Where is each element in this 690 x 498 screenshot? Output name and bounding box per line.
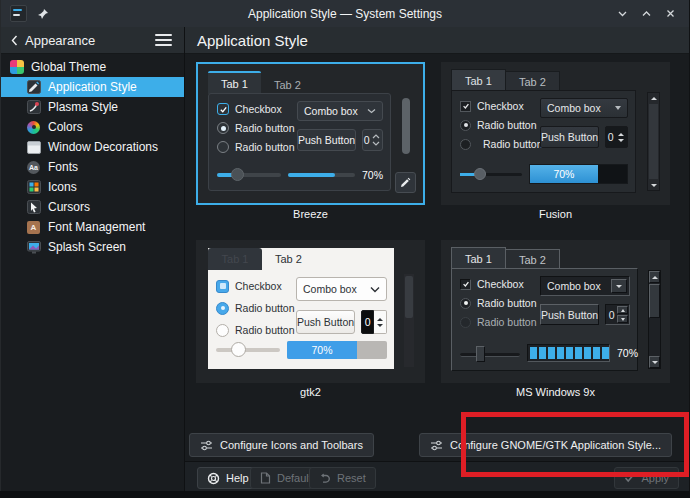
spin-box[interactable]: 0 [362, 129, 383, 151]
spin-up-icon[interactable] [377, 318, 383, 321]
radio-unselected[interactable] [216, 324, 229, 337]
scrollbar[interactable] [647, 92, 660, 191]
tab-1[interactable]: Tab 1 [208, 248, 262, 270]
combo-box[interactable]: Combo box [540, 276, 630, 296]
checkbox-checked[interactable] [217, 103, 229, 115]
radio-row-selected[interactable]: Radio button [217, 120, 295, 136]
edit-style-button[interactable] [395, 172, 416, 193]
style-preview-fusion[interactable]: Tab 1 Tab 2 Checkbox Radio button Radio … [441, 62, 670, 205]
push-button[interactable]: Push Button [540, 126, 599, 148]
radio-row-selected[interactable]: Radio button [216, 299, 295, 317]
spin-box[interactable]: 0 [361, 310, 387, 334]
radio-unselected[interactable] [460, 139, 471, 150]
fonts-icon: Aa [26, 160, 41, 175]
progress-value: 70% [530, 165, 598, 183]
preview-tabbar: Tab 1 Tab 2 [451, 69, 560, 92]
tab-1[interactable]: Tab 1 [451, 247, 506, 269]
checkbox-checked[interactable] [460, 279, 471, 290]
spin-up-icon[interactable] [617, 306, 628, 314]
check-icon [624, 473, 635, 483]
sidebar-item-icons[interactable]: Icons [1, 177, 184, 197]
slider[interactable] [217, 168, 281, 182]
back-button[interactable]: Appearance [1, 33, 95, 48]
slider[interactable] [460, 346, 520, 360]
apply-button[interactable]: Apply [614, 467, 679, 489]
app-icon [10, 5, 27, 22]
scrollbar[interactable] [402, 98, 410, 154]
sidebar-item-global-theme[interactable]: Global Theme [1, 57, 184, 77]
radio-selected[interactable] [217, 122, 229, 134]
spin-down-icon[interactable] [618, 139, 624, 142]
spin-box[interactable]: 0 [605, 126, 628, 148]
tab-2[interactable]: Tab 2 [261, 75, 314, 94]
spin-up-icon[interactable] [618, 133, 624, 136]
close-button[interactable] [661, 5, 679, 23]
combo-box[interactable]: Combo box [297, 101, 383, 121]
combo-box[interactable]: Combo box [540, 98, 628, 118]
tab-2[interactable]: Tab 2 [506, 71, 560, 92]
titlebar[interactable]: Application Style — System Settings [1, 0, 689, 28]
scrollbar[interactable] [404, 274, 414, 367]
radio-row-selected[interactable]: Radio button [460, 295, 537, 311]
scroll-up-icon[interactable] [649, 271, 660, 283]
sidebar-item-colors[interactable]: Colors [1, 117, 184, 137]
tab-2[interactable]: Tab 2 [262, 248, 315, 270]
sidebar-item-application-style[interactable]: Application Style [1, 77, 184, 97]
minimize-button[interactable] [613, 5, 631, 23]
sidebar-item-window-decorations[interactable]: Window Decorations [1, 137, 184, 157]
configure-icons-toolbars-button[interactable]: Configure Icons and Toolbars [189, 433, 374, 457]
radio-row-unselected[interactable]: Radio button [216, 321, 295, 339]
menu-icon[interactable] [155, 34, 172, 46]
radio-selected[interactable] [216, 302, 229, 315]
pencil-icon [400, 177, 411, 188]
tab-2[interactable]: Tab 2 [506, 249, 560, 269]
style-preview-breeze[interactable]: Tab 1 Tab 2 Checkbox Radio button Radio … [196, 62, 425, 205]
scroll-down-icon[interactable] [648, 180, 659, 190]
splash-screen-icon [26, 240, 41, 255]
checkbox-row[interactable]: Checkbox [460, 98, 543, 114]
radio-row-unselected[interactable]: Radio button [217, 139, 295, 155]
scroll-up-icon[interactable] [648, 93, 659, 103]
combo-box[interactable]: Combo box [296, 277, 387, 301]
checkbox-checked[interactable] [460, 101, 471, 112]
spin-box[interactable]: 0 [605, 304, 630, 325]
style-preview-gtk2[interactable]: Tab 1 Tab 2 Checkbox Radio button Radio … [196, 240, 425, 383]
sidebar-item-label: Plasma Style [48, 100, 118, 114]
checkbox-checked[interactable] [216, 280, 229, 293]
tab-1[interactable]: Tab 1 [451, 69, 506, 92]
scroll-down-icon[interactable] [649, 356, 660, 368]
configure-gnome-gtk-button[interactable]: Configure GNOME/GTK Application Style... [419, 433, 672, 457]
icons-icon [26, 180, 41, 195]
radio-row-selected[interactable]: Radio button [460, 117, 543, 133]
sidebar-item-splash-screen[interactable]: Splash Screen [1, 237, 184, 257]
tab-1[interactable]: Tab 1 [208, 71, 261, 94]
checkbox-row[interactable]: Checkbox [460, 276, 537, 292]
radio-unselected[interactable] [460, 317, 471, 328]
dropdown-button[interactable] [611, 279, 627, 293]
style-preview-windows9x[interactable]: Tab 1 Tab 2 Checkbox Radio button Radio … [441, 240, 670, 383]
push-button[interactable]: Push Button [297, 129, 356, 151]
radio-unselected[interactable] [217, 141, 229, 153]
pin-icon[interactable] [37, 8, 49, 20]
scrollbar[interactable] [648, 270, 661, 369]
style-name-windows9x: MS Windows 9x [441, 386, 670, 398]
sidebar-item-font-management[interactable]: A Font Management [1, 217, 184, 237]
sidebar-item-fonts[interactable]: Aa Fonts [1, 157, 184, 177]
push-button[interactable]: Push Button [540, 304, 599, 325]
checkbox-row[interactable]: Checkbox [216, 277, 295, 295]
slider[interactable] [460, 167, 522, 181]
spin-down-icon[interactable] [377, 324, 383, 327]
push-button[interactable]: Push Button [296, 310, 355, 334]
radio-row-unselected[interactable]: Radio button [460, 314, 537, 330]
slider[interactable] [216, 343, 280, 357]
sidebar-item-cursors[interactable]: Cursors [1, 197, 184, 217]
checkbox-row[interactable]: Checkbox [217, 101, 295, 117]
maximize-button[interactable] [637, 5, 655, 23]
spin-down-icon[interactable] [617, 315, 628, 323]
reset-button[interactable]: Reset [309, 467, 376, 489]
radio-row-unselected[interactable]: Radio button [460, 136, 543, 152]
cursors-icon [26, 200, 41, 215]
sidebar-item-plasma-style[interactable]: Plasma Style [1, 97, 184, 117]
radio-selected[interactable] [460, 298, 471, 309]
radio-selected[interactable] [460, 120, 471, 131]
